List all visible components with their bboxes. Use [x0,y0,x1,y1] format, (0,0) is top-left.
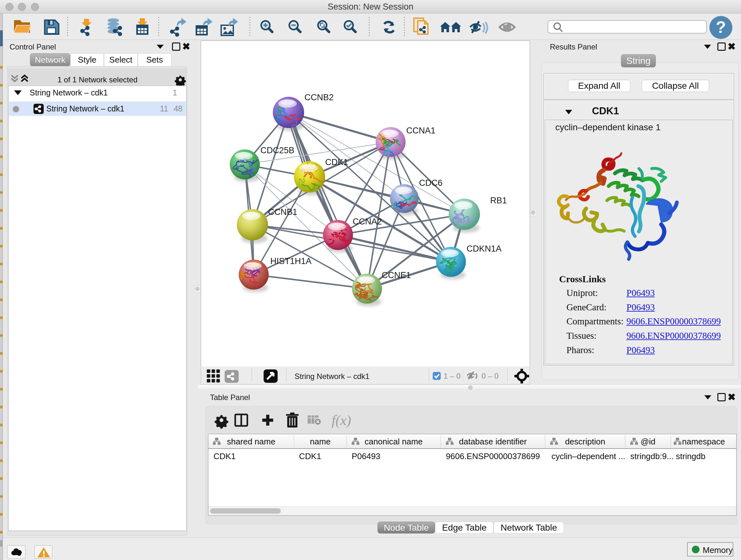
svg-text:CDC6: CDC6 [419,178,443,188]
svg-text:CCNE1: CCNE1 [382,270,411,280]
svg-text:CDKN1A: CDKN1A [467,244,502,253]
svg-text:CCNA2: CCNA2 [353,217,382,226]
svg-text:String Network – cdk1: String Network – cdk1 [294,372,369,381]
svg-text:f(x): f(x) [332,413,351,428]
svg-text:CDC25B: CDC25B [260,145,294,155]
svg-text:RB1: RB1 [490,196,507,205]
svg-text:CCNB1: CCNB1 [268,207,297,217]
svg-text:CDK1: CDK1 [325,158,348,167]
svg-text:HIST1H1A: HIST1H1A [270,256,312,266]
svg-text:CCNB2: CCNB2 [305,92,334,102]
svg-text:0 – 0: 0 – 0 [482,372,498,380]
svg-text:1 – 0: 1 – 0 [444,372,461,380]
svg-text:?: ? [716,18,726,37]
svg-text:CCNA1: CCNA1 [406,126,435,135]
